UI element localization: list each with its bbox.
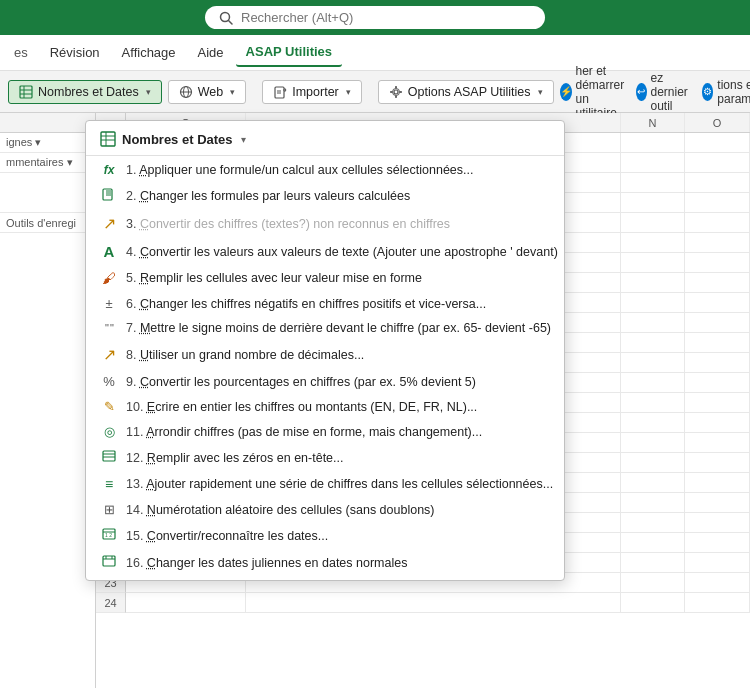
grid-cell[interactable]	[685, 433, 750, 453]
item-text-15: 15. Convertir/reconnaître les dates...	[126, 529, 550, 543]
dropdown-item-15[interactable]: 1 2 15. Convertir/reconnaître les dates.…	[86, 522, 564, 549]
menu-item-es[interactable]: es	[4, 39, 38, 66]
grid-cell[interactable]	[685, 313, 750, 333]
grid-cell[interactable]	[620, 553, 685, 573]
svg-line-1	[229, 20, 233, 24]
dropdown-item-7[interactable]: " " 7. Mettre le signe moins de derrière…	[86, 316, 564, 340]
item-text-4: 4. Convertir les valeurs aux valeurs de …	[126, 245, 558, 259]
grid-cell[interactable]	[685, 293, 750, 313]
dropdown-item-9[interactable]: % 9. Convertir les pourcentages en chiff…	[86, 369, 564, 394]
dropdown-header: Nombres et Dates ▾	[86, 125, 564, 156]
dropdown-item-2[interactable]: 2. Changer les formules par leurs valeur…	[86, 182, 564, 209]
menu-item-revision[interactable]: Révision	[40, 39, 110, 66]
grid-cell[interactable]	[620, 213, 685, 233]
grid-cell[interactable]	[685, 133, 750, 153]
grid-cell[interactable]	[685, 273, 750, 293]
grid-cell[interactable]	[620, 533, 685, 553]
ribbon-right-item-3[interactable]: ⚙ tions et paramètres	[702, 78, 750, 106]
grid-cell[interactable]	[685, 533, 750, 553]
dropdown-item-6[interactable]: ± 6. Changer les chiffres négatifs en ch…	[86, 291, 564, 316]
grid-cell[interactable]	[620, 433, 685, 453]
ribbon-right-item-2[interactable]: ↩ ez dernier outil	[636, 71, 695, 113]
nombres-dates-button[interactable]: Nombres et Dates ▾	[8, 80, 162, 104]
grid-cell[interactable]	[685, 373, 750, 393]
options-button[interactable]: Options ASAP Utilities ▾	[378, 80, 554, 104]
grid-cell[interactable]	[685, 573, 750, 593]
importer-button[interactable]: Importer ▾	[262, 80, 362, 104]
grid-cell[interactable]	[620, 593, 685, 613]
grid-cell[interactable]	[685, 193, 750, 213]
item-icon-14: ⊞	[100, 502, 118, 517]
grid-cell[interactable]	[620, 473, 685, 493]
grid-cell[interactable]	[685, 593, 750, 613]
grid-cell[interactable]	[685, 353, 750, 373]
grid-cell[interactable]	[685, 333, 750, 353]
ribbon: Nombres et Dates ▾ Web ▾ Importer ▾	[0, 71, 750, 113]
grid-cell[interactable]	[620, 253, 685, 273]
grid-cell[interactable]	[685, 493, 750, 513]
grid-cell[interactable]	[620, 133, 685, 153]
grid-cell[interactable]	[246, 593, 620, 613]
grid-cell[interactable]	[620, 513, 685, 533]
dropdown-item-13[interactable]: ≡ 13. Ajouter rapidement une série de ch…	[86, 471, 564, 497]
search-input[interactable]	[241, 10, 531, 25]
dropdown-item-16[interactable]: 16. Changer les dates juliennes en dates…	[86, 549, 564, 576]
dropdown-item-1[interactable]: fx 1. Appliquer une formule/un calcul au…	[86, 158, 564, 182]
grid-cell[interactable]	[685, 453, 750, 473]
table-icon	[19, 85, 33, 99]
item-text-5: 5. Remplir les cellules avec leur valeur…	[126, 271, 550, 285]
menu-item-asap[interactable]: ASAP Utilities	[236, 38, 342, 67]
sidebar-label-lignes: ignes ▾	[0, 133, 95, 153]
grid-cell[interactable]	[685, 393, 750, 413]
grid-cell[interactable]	[620, 373, 685, 393]
grid-cell[interactable]	[620, 173, 685, 193]
dropdown-item-12[interactable]: 12. Remplir avec les zéros en en-tête...	[86, 444, 564, 471]
dropdown-item-11[interactable]: ◎ 11. Arrondir chiffres (pas de mise en …	[86, 419, 564, 444]
grid-cell[interactable]	[685, 513, 750, 533]
grid-cell[interactable]	[620, 313, 685, 333]
ribbon-right-label-3: tions et paramètres	[717, 78, 750, 106]
options-chevron: ▾	[538, 87, 543, 97]
dropdown-item-5[interactable]: 🖌 5. Remplir les cellules avec leur vale…	[86, 265, 564, 291]
grid-cell[interactable]	[685, 233, 750, 253]
dropdown-item-8[interactable]: ↗ 8. Utiliser un grand nombre de décimal…	[86, 340, 564, 369]
menu-item-affichage[interactable]: Affichage	[112, 39, 186, 66]
grid-cell[interactable]	[685, 213, 750, 233]
grid-cell[interactable]	[620, 353, 685, 373]
grid-cell[interactable]	[685, 553, 750, 573]
grid-cell[interactable]	[620, 573, 685, 593]
item-text-3: 3. Convertir des chiffres (textes?) non …	[126, 217, 550, 231]
grid-cell[interactable]	[620, 193, 685, 213]
menu-item-aide[interactable]: Aide	[188, 39, 234, 66]
dropdown-item-14[interactable]: ⊞ 14. Numérotation aléatoire des cellule…	[86, 497, 564, 522]
ribbon-right-label-1: her et démarrer un utilitaire	[576, 64, 631, 120]
dropdown-item-3[interactable]: ↗ 3. Convertir des chiffres (textes?) no…	[86, 209, 564, 238]
grid-cell[interactable]	[685, 413, 750, 433]
dropdown-item-10[interactable]: ✎ 10. Ecrire en entier les chiffres ou m…	[86, 394, 564, 419]
grid-cell[interactable]	[126, 593, 246, 613]
web-button[interactable]: Web ▾	[168, 80, 246, 104]
col-header-o: O	[685, 113, 750, 132]
grid-cell[interactable]	[620, 293, 685, 313]
svg-rect-26	[103, 556, 115, 566]
web-icon	[179, 85, 193, 99]
grid-cell[interactable]	[620, 413, 685, 433]
grid-cell[interactable]	[685, 253, 750, 273]
grid-cell[interactable]	[620, 453, 685, 473]
grid-cell[interactable]	[685, 473, 750, 493]
options-label: Options ASAP Utilities	[408, 85, 531, 99]
grid-cell[interactable]	[620, 153, 685, 173]
grid-cell[interactable]	[620, 493, 685, 513]
grid-cell[interactable]	[620, 233, 685, 253]
grid-cell[interactable]	[620, 393, 685, 413]
item-icon-2	[100, 187, 118, 204]
grid-cell[interactable]	[685, 153, 750, 173]
dropdown-item-4[interactable]: A 4. Convertir les valeurs aux valeurs d…	[86, 238, 564, 265]
grid-cell[interactable]	[620, 273, 685, 293]
ribbon-right: ⚡ her et démarrer un utilitaire ↩ ez der…	[560, 64, 750, 120]
grid-cell[interactable]	[620, 333, 685, 353]
svg-rect-20	[103, 451, 115, 461]
search-input-wrap[interactable]	[205, 6, 545, 29]
ribbon-right-item-1[interactable]: ⚡ her et démarrer un utilitaire	[560, 64, 631, 120]
grid-cell[interactable]	[685, 173, 750, 193]
